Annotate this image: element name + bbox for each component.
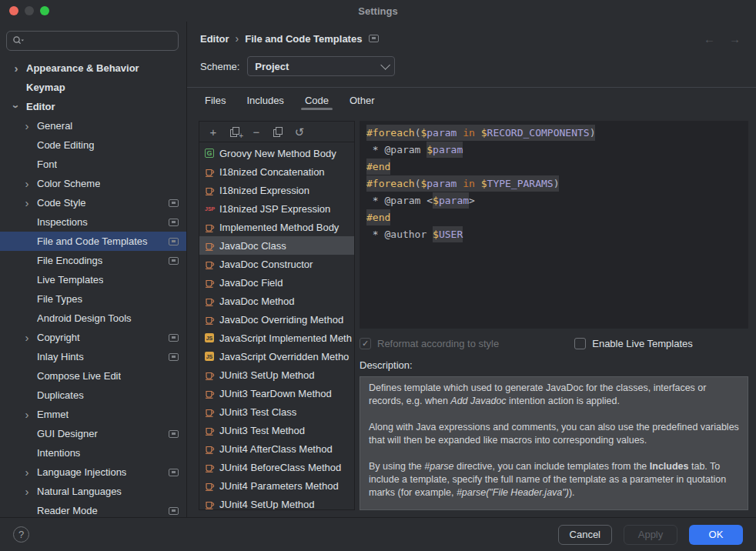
chevron-right-icon[interactable]: › xyxy=(21,120,33,132)
code-line: #end xyxy=(366,159,741,175)
sidebar-item-label: GUI Designer xyxy=(37,428,98,439)
template-item-groovy-new-method-body[interactable]: GGroovy New Method Body xyxy=(199,144,354,162)
template-item-junit3-test-class[interactable]: JUnit3 Test Class xyxy=(199,402,354,421)
breadcrumb-item-editor[interactable]: Editor xyxy=(200,33,229,45)
project-level-icon xyxy=(169,430,179,438)
template-item-javadoc-class[interactable]: JavaDoc Class xyxy=(199,236,354,255)
reformat-checkbox[interactable]: ✓ Reformat according to style xyxy=(360,338,499,349)
template-item-javadoc-method[interactable]: JavaDoc Method xyxy=(199,292,354,310)
sidebar-item-language-injections[interactable]: ›Language Injections xyxy=(0,463,186,482)
duplicate-icon[interactable]: + xyxy=(230,127,239,137)
enable-live-templates-checkbox[interactable]: Enable Live Templates xyxy=(574,338,693,349)
sidebar-item-code-editing[interactable]: Code Editing xyxy=(0,135,186,155)
add-icon[interactable]: + xyxy=(208,126,219,138)
template-item-implemented-method-body[interactable]: Implemented Method Body xyxy=(199,218,354,236)
sidebar-item-label: Language Injections xyxy=(37,466,126,478)
reset-icon[interactable]: ↺ xyxy=(294,126,305,138)
template-item-junit4-setup-method[interactable]: JUnit4 SetUp Method xyxy=(199,495,354,509)
java-file-icon xyxy=(205,389,219,399)
template-list: GGroovy New Method BodyI18nized Concaten… xyxy=(199,142,354,509)
cancel-button[interactable]: Cancel xyxy=(558,525,612,545)
chevron-right-icon[interactable]: › xyxy=(21,466,33,478)
chevron-right-icon[interactable]: › xyxy=(21,332,33,343)
template-item-junit3-setup-method[interactable]: JUnit3 SetUp Method xyxy=(199,366,354,384)
template-item-i18nized-jsp-expression[interactable]: JSPI18nized JSP Expression xyxy=(199,199,354,218)
chevron-right-icon[interactable]: › xyxy=(21,486,33,497)
template-item-label: JUnit3 Test Method xyxy=(219,425,305,436)
close-window-button[interactable] xyxy=(9,6,18,15)
sidebar-item-natural-languages[interactable]: ›Natural Languages xyxy=(0,482,186,501)
sidebar-item-live-templates[interactable]: Live Templates xyxy=(0,270,186,289)
template-item-junit4-afterclass-method[interactable]: JUnit4 AfterClass Method xyxy=(199,439,354,458)
sidebar-item-reader-mode[interactable]: Reader Mode xyxy=(0,501,186,517)
template-item-label: JavaScript Implemented Meth xyxy=(219,332,352,344)
template-item-javascript-overridden-metho[interactable]: JSJavaScript Overridden Metho xyxy=(199,347,354,366)
groovy-file-icon: G xyxy=(205,149,219,158)
sidebar-item-keymap[interactable]: Keymap xyxy=(0,78,186,97)
sidebar-item-duplicates[interactable]: Duplicates xyxy=(0,386,186,405)
tab-includes[interactable]: Includes xyxy=(246,95,283,112)
back-icon[interactable]: ← xyxy=(704,32,715,45)
sidebar-item-copyright[interactable]: ›Copyright xyxy=(0,328,186,347)
copy-icon[interactable] xyxy=(273,127,283,137)
sidebar-item-general[interactable]: ›General xyxy=(0,116,186,135)
sidebar-item-file-types[interactable]: File Types xyxy=(0,289,186,309)
sidebar-item-inlay-hints[interactable]: Inlay Hints xyxy=(0,347,186,366)
sidebar-item-code-style[interactable]: ›Code Style xyxy=(0,193,186,212)
chevron-right-icon[interactable]: › xyxy=(21,197,33,209)
scheme-select[interactable]: Project xyxy=(247,56,395,76)
sidebar-item-intentions[interactable]: Intentions xyxy=(0,443,186,463)
description-paragraph: By using the #parse directive, you can i… xyxy=(369,460,739,499)
chevron-right-icon[interactable]: › xyxy=(10,62,22,74)
template-editor[interactable]: #foreach($param in $RECORD_COMPONENTS) *… xyxy=(360,121,748,329)
template-item-junit4-beforeclass-method[interactable]: JUnit4 BeforeClass Method xyxy=(199,458,354,476)
sidebar-item-file-and-code-templates[interactable]: File and Code Templates xyxy=(0,232,186,251)
sidebar-item-android-design-tools[interactable]: Android Design Tools xyxy=(0,309,186,328)
description-paragraph: Defines template which used to generate … xyxy=(369,382,739,408)
chevron-right-icon[interactable]: › xyxy=(21,409,33,420)
sidebar-item-label: Code Style xyxy=(37,197,86,209)
template-item-javadoc-field[interactable]: JavaDoc Field xyxy=(199,273,354,292)
template-item-junit4-parameters-method[interactable]: JUnit4 Parameters Method xyxy=(199,476,354,495)
sidebar-item-compose-live-edit[interactable]: Compose Live Edit xyxy=(0,366,186,386)
help-button[interactable]: ? xyxy=(13,526,29,543)
template-options: ✓ Reformat according to style Enable Liv… xyxy=(360,338,748,349)
chevron-down-icon[interactable]: › xyxy=(11,101,22,113)
template-item-javascript-implemented-meth[interactable]: JSJavaScript Implemented Meth xyxy=(199,329,354,347)
tab-files[interactable]: Files xyxy=(205,95,226,112)
apply-button[interactable]: Apply xyxy=(624,525,677,545)
sidebar-item-emmet[interactable]: ›Emmet xyxy=(0,405,186,424)
forward-icon[interactable]: → xyxy=(729,32,741,45)
chevron-right-icon[interactable]: › xyxy=(21,178,33,189)
sidebar-item-editor[interactable]: ›Editor xyxy=(0,97,186,116)
zoom-window-button[interactable] xyxy=(40,6,49,15)
sidebar-item-gui-designer[interactable]: GUI Designer xyxy=(0,424,186,443)
template-item-javadoc-overriding-method[interactable]: JavaDoc Overriding Method xyxy=(199,310,354,329)
java-file-icon xyxy=(205,167,219,177)
template-item-i18nized-expression[interactable]: I18nized Expression xyxy=(199,181,354,199)
sidebar-item-file-encodings[interactable]: File Encodings xyxy=(0,251,186,270)
ok-button[interactable]: OK xyxy=(689,525,743,545)
java-file-icon xyxy=(205,296,219,306)
template-item-label: JUnit4 SetUp Method xyxy=(219,499,315,510)
sidebar-item-inspections[interactable]: Inspections xyxy=(0,212,186,232)
template-item-javadoc-constructor[interactable]: JavaDoc Constructor xyxy=(199,255,354,273)
tab-other[interactable]: Other xyxy=(350,95,375,112)
scheme-label: Scheme: xyxy=(200,61,239,72)
breadcrumb-item-file-and-code-templates[interactable]: File and Code Templates xyxy=(245,33,362,45)
template-item-i18nized-concatenation[interactable]: I18nized Concatenation xyxy=(199,162,354,181)
java-file-icon xyxy=(205,426,219,436)
remove-icon[interactable]: − xyxy=(251,126,262,138)
sidebar-item-color-scheme[interactable]: ›Color Scheme xyxy=(0,174,186,193)
sidebar-item-label: Compose Live Edit xyxy=(37,370,121,382)
sidebar-item-font[interactable]: Font xyxy=(0,155,186,174)
checkbox-empty-icon xyxy=(574,338,586,349)
template-item-junit3-test-method[interactable]: JUnit3 Test Method xyxy=(199,421,354,439)
template-item-label: Implemented Method Body xyxy=(219,222,339,233)
sidebar-item-label: Copyright xyxy=(37,332,80,343)
settings-search-input[interactable] xyxy=(6,31,179,51)
template-item-junit3-teardown-method[interactable]: JUnit3 TearDown Method xyxy=(199,384,354,402)
sidebar-item-appearance-behavior[interactable]: ›Appearance & Behavior xyxy=(0,58,186,78)
scheme-value: Project xyxy=(255,61,289,72)
tab-code[interactable]: Code xyxy=(305,95,329,112)
